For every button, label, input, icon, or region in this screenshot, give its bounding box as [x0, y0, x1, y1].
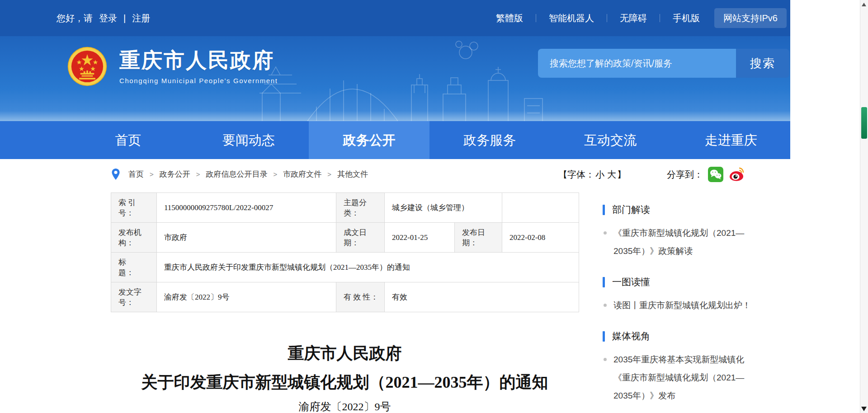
- site-name: 重庆市人民政府: [119, 48, 278, 73]
- date-published-value: 2022-02-08: [502, 223, 579, 253]
- validity-value: 有效: [385, 282, 579, 312]
- doc-title-value: 重庆市人民政府关于印发重庆市新型城镇化规划（2021—2035年）的通知: [157, 253, 579, 282]
- document-title-line2: 关于印发重庆市新型城镇化规划（2021—2035年）的通知: [111, 371, 579, 394]
- scrollbar[interactable]: [860, 0, 868, 413]
- search-button[interactable]: 搜索: [736, 49, 789, 78]
- sidebar-article-link-image-explainer[interactable]: 读图丨重庆市新型城镇化规划出炉！: [603, 296, 752, 314]
- issuing-agency-label: 发布机构：: [111, 223, 157, 253]
- index-number-value: 11500000009275780L/2022-00027: [157, 193, 336, 223]
- sidebar-article-link-policy-interpretation[interactable]: 《重庆市新型城镇化规划（2021—2035年）》政策解读: [603, 224, 752, 260]
- mobile-version-link[interactable]: 手机版: [669, 12, 703, 24]
- breadcrumb-city-gov-documents[interactable]: 市政府文件: [283, 169, 321, 179]
- sidebar-section-heading: 媒体视角: [603, 330, 789, 343]
- main-navigation: 首页 要闻动态 政务公开 政务服务 互动交流 走进重庆: [0, 121, 790, 159]
- greeting-text: 您好，请: [57, 12, 93, 24]
- nav-item-gov-services[interactable]: 政务服务: [429, 121, 550, 159]
- login-area: 您好，请 登录 | 注册: [57, 12, 150, 24]
- breadcrumb-info-catalog[interactable]: 政府信息公开目录: [206, 169, 268, 179]
- scrollbar-thumb[interactable]: [861, 107, 867, 139]
- divider: [536, 14, 536, 22]
- site-name-english: Chongqing Municipal People's Government: [119, 77, 278, 84]
- page: 您好，请 登录 | 注册 繁體版 智能机器人 无障碍 手机版 网站支持IPv6: [0, 0, 790, 413]
- smart-robot-link[interactable]: 智能机器人: [545, 12, 598, 24]
- breadcrumb-separator: >: [327, 170, 331, 178]
- heading-department-interpretation: 部门解读: [612, 203, 650, 216]
- site-logo[interactable]: 重庆市人民政府 Chongqing Municipal People's Gov…: [67, 46, 278, 87]
- table-row: 索 引 号： 11500000009275780L/2022-00027 主题分…: [111, 193, 579, 223]
- heading-accent-bar: [603, 277, 605, 287]
- related-links-sidebar: 部门解读 《重庆市新型城镇化规划（2021—2035年）》政策解读 一图读懂 读…: [603, 203, 789, 405]
- table-row: 发文字号： 渝府发〔2022〕9号 有 效 性： 有效: [111, 282, 579, 312]
- sidebar-section-heading: 一图读懂: [603, 276, 789, 288]
- nav-item-interaction[interactable]: 互动交流: [550, 121, 671, 159]
- divider: [607, 14, 607, 22]
- date-published-label: 发布日期：: [455, 223, 502, 253]
- sidebar-section-heading: 部门解读: [603, 203, 789, 216]
- breadcrumb-gov-disclosure[interactable]: 政务公开: [160, 169, 190, 179]
- date-written-label: 成文日期：: [336, 223, 385, 253]
- scrollbar-up-arrow-icon[interactable]: [862, 3, 866, 6]
- top-utility-bar: 您好，请 登录 | 注册 繁體版 智能机器人 无障碍 手机版 网站支持IPv6: [0, 0, 790, 36]
- accessibility-link[interactable]: 无障碍: [616, 12, 651, 24]
- breadcrumb-separator: >: [196, 170, 200, 178]
- breadcrumb-separator: >: [274, 170, 278, 178]
- sidebar-article-link-media[interactable]: 2035年重庆将基本实现新型城镇化 《重庆市新型城镇化规划（2021—2035年…: [603, 351, 752, 405]
- site-header: 重庆市人民政府 Chongqing Municipal People's Gov…: [0, 36, 790, 121]
- breadcrumb: 首页 > 政务公开 > 政府信息公开目录 > 市政府文件 > 其他文件: [111, 168, 368, 180]
- font-smaller-button[interactable]: 小: [595, 169, 604, 181]
- document-title-line1: 重庆市人民政府: [111, 343, 579, 365]
- heading-media-perspective: 媒体视角: [612, 330, 650, 343]
- table-row: 标 题： 重庆市人民政府关于印发重庆市新型城镇化规划（2021—2035年）的通…: [111, 253, 579, 282]
- breadcrumb-home[interactable]: 首页: [128, 169, 144, 179]
- date-written-value: 2022-01-25: [385, 223, 455, 253]
- utility-links: 繁體版 智能机器人 无障碍 手机版 网站支持IPv6: [492, 8, 787, 28]
- skyline-decoration: [253, 25, 552, 121]
- document-metadata-table: 索 引 号： 11500000009275780L/2022-00027 主题分…: [111, 192, 579, 312]
- validity-label: 有 效 性：: [336, 282, 385, 312]
- breadcrumb-separator: >: [150, 170, 154, 178]
- heading-one-image-explainer: 一图读懂: [612, 276, 650, 288]
- nav-item-news[interactable]: 要闻动态: [189, 121, 309, 159]
- document-number: 渝府发〔2022〕9号: [111, 399, 579, 413]
- breadcrumb-other-documents[interactable]: 其他文件: [337, 169, 368, 179]
- register-link[interactable]: 注册: [132, 12, 150, 24]
- search-input[interactable]: [538, 49, 736, 78]
- traditional-chinese-link[interactable]: 繁體版: [492, 12, 527, 24]
- search-bar: 搜索: [538, 49, 789, 78]
- wechat-share-icon[interactable]: [708, 166, 724, 183]
- doc-title-label: 标 题：: [111, 253, 157, 282]
- location-pin-icon: [111, 168, 120, 180]
- issuing-agency-value: 市政府: [157, 223, 336, 253]
- login-link[interactable]: 登录: [99, 12, 117, 24]
- doc-number-value: 渝府发〔2022〕9号: [157, 282, 336, 312]
- heading-accent-bar: [603, 205, 605, 215]
- font-size-label: 【字体：: [558, 169, 594, 181]
- font-size-label-close: 】: [617, 169, 626, 181]
- empty-cell: [502, 193, 579, 223]
- ipv6-support-badge[interactable]: 网站支持IPv6: [714, 8, 787, 28]
- nav-item-about-chongqing[interactable]: 走进重庆: [670, 121, 790, 159]
- national-emblem-logo: [67, 46, 108, 87]
- index-number-label: 索 引 号：: [111, 193, 157, 223]
- weibo-share-icon[interactable]: [728, 166, 745, 183]
- font-larger-button[interactable]: 大: [607, 169, 616, 181]
- divider: [660, 14, 660, 22]
- topic-category-value: 城乡建设（城乡管理）: [385, 193, 502, 223]
- scrollbar-down-arrow-icon[interactable]: [861, 407, 867, 411]
- nav-items: 首页 要闻动态 政务公开 政务服务 互动交流 走进重庆: [68, 121, 790, 159]
- doc-number-label: 发文字号：: [111, 282, 157, 312]
- topic-category-label: 主题分类：: [336, 193, 385, 223]
- share-label: 分享到：: [667, 169, 703, 181]
- nav-item-home[interactable]: 首页: [68, 121, 189, 159]
- site-title-block: 重庆市人民政府 Chongqing Municipal People's Gov…: [119, 46, 278, 84]
- font-share-toolbar: 【字体： 小 大 】 分享到：: [558, 166, 790, 183]
- heading-accent-bar: [603, 331, 605, 342]
- nav-item-gov-disclosure[interactable]: 政务公开: [309, 121, 429, 159]
- login-register-divider: |: [123, 13, 126, 23]
- share-group: 分享到：: [667, 166, 745, 183]
- content-area: 首页 > 政务公开 > 政府信息公开目录 > 市政府文件 > 其他文件 【字体：…: [0, 159, 790, 413]
- table-row: 发布机构： 市政府 成文日期： 2022-01-25 发布日期： 2022-02…: [111, 223, 579, 253]
